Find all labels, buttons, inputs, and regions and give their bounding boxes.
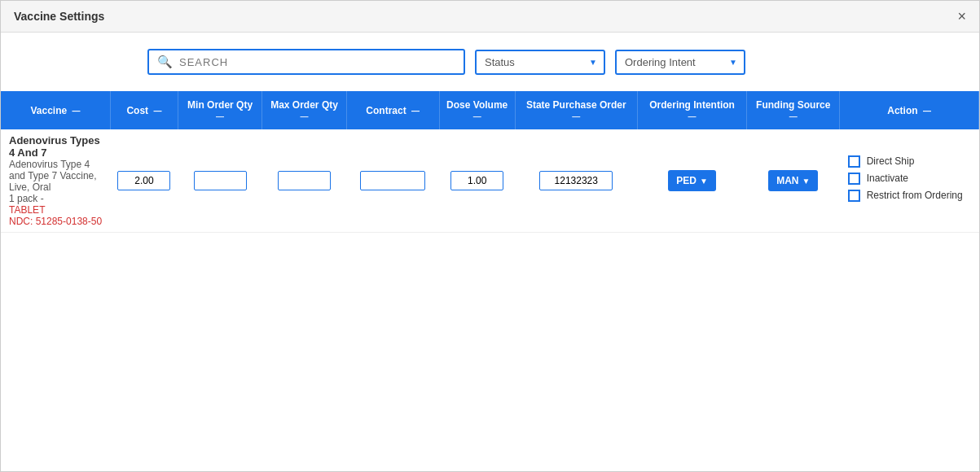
- inactivate-checkbox[interactable]: [848, 173, 860, 185]
- modal-header: Vaccine Settings ×: [1, 1, 979, 33]
- action-direct-ship: Direct Ship: [848, 155, 973, 168]
- col-header-cost: Cost —: [111, 91, 178, 129]
- ordering-intention-cell: PED ▼: [637, 129, 747, 233]
- close-button[interactable]: ×: [957, 9, 966, 24]
- funding-source-button[interactable]: MAN ▼: [768, 170, 818, 191]
- vaccine-name: Adenovirus Types 4 And 7: [9, 134, 104, 159]
- cost-input[interactable]: [117, 171, 170, 190]
- search-input[interactable]: [179, 56, 455, 68]
- funding-source-arrow: ▼: [802, 177, 810, 186]
- dose-volume-input[interactable]: [450, 171, 503, 190]
- col-header-action: Action —: [840, 91, 979, 129]
- restrict-ordering-label: Restrict from Ordering: [867, 190, 963, 201]
- modal-title: Vaccine Settings: [14, 10, 104, 23]
- min-qty-input[interactable]: [194, 171, 247, 190]
- col-header-statepurch: State Purchase Order —: [515, 91, 637, 129]
- state-purchase-cell: [515, 129, 637, 233]
- col-header-ordering: Ordering Intention —: [637, 91, 747, 129]
- toolbar: 🔍 Status Ordering Intent: [1, 33, 979, 91]
- funding-source-cell: MAN ▼: [747, 129, 840, 233]
- search-wrapper: 🔍: [147, 49, 465, 75]
- funding-source-value: MAN: [776, 175, 798, 186]
- col-header-vaccine: Vaccine —: [1, 91, 111, 129]
- state-purchase-input[interactable]: [539, 171, 613, 190]
- vaccine-table: Vaccine — Cost — Min Order Qty — Max Ord…: [1, 91, 979, 233]
- restrict-ordering-checkbox[interactable]: [848, 190, 860, 202]
- cost-cell: [111, 129, 178, 233]
- vaccine-type: TABLET: [9, 204, 104, 216]
- ordering-intent-dropdown[interactable]: Ordering Intent: [615, 50, 745, 75]
- ordering-intention-button[interactable]: PED ▼: [668, 170, 716, 191]
- vaccine-detail: Adenovirus Type 4 and Type 7 Vaccine, Li…: [9, 159, 104, 193]
- max-qty-input[interactable]: [278, 171, 331, 190]
- col-header-minqty: Min Order Qty —: [178, 91, 261, 129]
- ordering-intention-arrow: ▼: [700, 177, 708, 186]
- vaccine-ndc: NDC: 51285-0138-50: [9, 216, 104, 227]
- action-restrict-ordering: Restrict from Ordering: [848, 190, 973, 202]
- col-header-contract: Contract —: [346, 91, 439, 129]
- vaccine-pack: 1 pack -: [9, 193, 104, 204]
- col-header-dosevol: Dose Volume —: [439, 91, 515, 129]
- modal-body: 🔍 Status Ordering Intent Vacc: [1, 33, 979, 471]
- table-header-row: Vaccine — Cost — Min Order Qty — Max Ord…: [1, 91, 979, 129]
- table-container: Vaccine — Cost — Min Order Qty — Max Ord…: [1, 91, 979, 471]
- status-dropdown[interactable]: Status: [475, 50, 605, 75]
- dose-volume-cell: [439, 129, 515, 233]
- contract-input[interactable]: [360, 171, 425, 190]
- vaccine-settings-modal: Vaccine Settings × 🔍 Status Ordering Int…: [0, 0, 980, 472]
- min-qty-cell: [178, 129, 261, 233]
- table-row: Adenovirus Types 4 And 7 Adenovirus Type…: [1, 129, 979, 233]
- col-header-funding: Funding Source —: [747, 91, 840, 129]
- ordering-intention-value: PED: [676, 175, 697, 186]
- direct-ship-checkbox[interactable]: [848, 155, 860, 168]
- col-header-maxqty: Max Order Qty —: [262, 91, 346, 129]
- vaccine-cell: Adenovirus Types 4 And 7 Adenovirus Type…: [1, 129, 111, 233]
- action-cell: Direct Ship Inactivate Restrict from Ord…: [840, 129, 979, 233]
- inactivate-label: Inactivate: [867, 173, 908, 184]
- ordering-intent-dropdown-wrapper: Ordering Intent: [615, 50, 745, 75]
- direct-ship-label: Direct Ship: [867, 155, 915, 167]
- max-qty-cell: [262, 129, 346, 233]
- status-dropdown-wrapper: Status: [475, 50, 605, 75]
- action-inactivate: Inactivate: [848, 173, 973, 185]
- search-icon: 🔍: [157, 55, 173, 69]
- contract-cell: [346, 129, 439, 233]
